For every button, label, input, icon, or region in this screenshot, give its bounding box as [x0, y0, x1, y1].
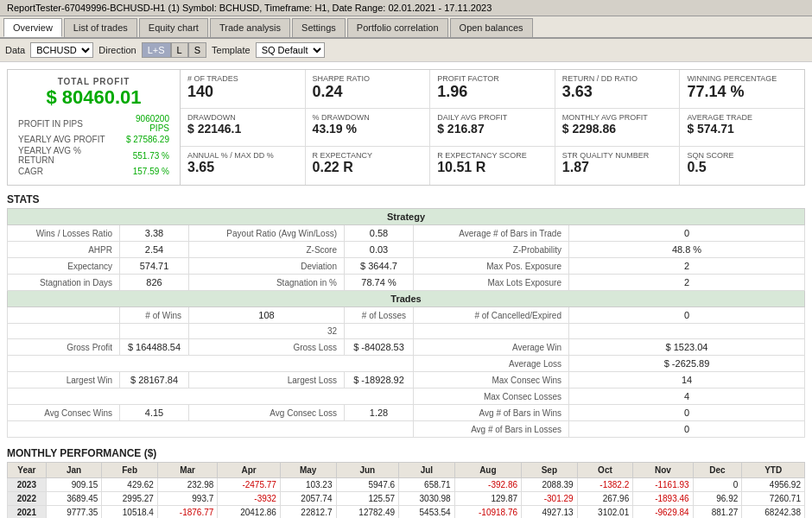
stats-section: STATS Strategy Wins / Losses Ratio 3.38 … [7, 191, 805, 438]
trades-row-wins-losses: 32 [8, 324, 805, 339]
pips-value: 9060200 PIPS [116, 114, 169, 133]
cell-2022-ytd: 7260.71 [742, 492, 805, 506]
cell-2023-jun: 5947.6 [336, 478, 399, 492]
cell-2023-ytd: 4956.92 [742, 478, 805, 492]
tab-portfolio-correlation[interactable]: Portfolio correlation [347, 18, 448, 37]
metric-daily-avg: DAILY AVG PROFIT $ 216.87 [430, 109, 555, 147]
tab-equity-chart[interactable]: Equity chart [139, 18, 208, 37]
metrics-row-2: DRAWDOWN $ 22146.1 % DRAWDOWN 43.19 % DA… [181, 109, 804, 148]
cell-2023-may: 103.23 [280, 478, 336, 492]
metric-r-expectancy-score: R EXPECTANCY SCORE 10.51 R [430, 147, 555, 185]
metric-annual-maxdd: ANNUAL % / MAX DD % 3.65 [181, 147, 306, 185]
template-select[interactable]: SQ Default [256, 42, 325, 58]
trades-row-4: Avg Consec Wins 4.15 Avg Consec Loss 1.2… [8, 405, 805, 421]
cell-2021-apr: 20412.86 [218, 506, 281, 519]
col-jun: Jun [336, 463, 399, 478]
col-dec: Dec [693, 463, 742, 478]
col-aug: Aug [454, 463, 521, 478]
trades-row-max-consec-losses: Max Consec Losses 4 [8, 388, 805, 405]
metric-pct-drawdown: % DRAWDOWN 43.19 % [306, 109, 431, 147]
cell-2022-jan: 3689.45 [46, 492, 102, 506]
cell-2021-year: 2021 [8, 506, 47, 519]
metric-sharpe: SHARPE RATIO 0.24 [306, 70, 431, 108]
stats-table: Strategy Wins / Losses Ratio 3.38 Payout… [7, 208, 805, 438]
col-feb: Feb [102, 463, 158, 478]
pips-label: PROFIT IN PIPS [18, 114, 114, 133]
metric-profit-factor: PROFIT FACTOR 1.96 [430, 70, 555, 108]
direction-l[interactable]: L [171, 42, 188, 58]
cell-2023-apr: -2475.77 [218, 478, 281, 492]
cagr-value: 157.59 % [116, 167, 169, 176]
trades-header: Trades [8, 291, 805, 307]
monthly-row-2021: 20219777.3510518.4-1876.7720412.8622812.… [8, 506, 805, 519]
yearly-avg-return-label: YEARLY AVG % RETURN [18, 146, 114, 165]
cell-2023-mar: 232.98 [157, 478, 217, 492]
direction-s[interactable]: S [188, 42, 206, 58]
metrics-row-1: # OF TRADES 140 SHARPE RATIO 0.24 PROFIT… [181, 70, 804, 109]
yearly-avg-profit-value: $ 27586.29 [116, 135, 169, 144]
cell-2023-nov: -1161.93 [633, 478, 693, 492]
tab-open-balances[interactable]: Open balances [450, 18, 533, 37]
tab-list-of-trades[interactable]: List of trades [64, 18, 137, 37]
cell-2023-jul: 658.71 [399, 478, 455, 492]
profit-details: PROFIT IN PIPS 9060200 PIPS YEARLY AVG P… [16, 112, 171, 178]
col-mar: Mar [157, 463, 217, 478]
direction-buttons: L+S L S [142, 42, 206, 58]
stats-row-2: AHPR 2.54 Z-Score 0.03 Z-Probability 48.… [8, 242, 805, 258]
data-select[interactable]: BCHUSD [30, 42, 93, 58]
cell-2021-ytd: 68242.38 [742, 506, 805, 519]
metric-winning-pct: WINNING PERCENTAGE 77.14 % [680, 70, 804, 108]
cell-2021-sep: 4927.13 [522, 506, 578, 519]
col-jan: Jan [46, 463, 102, 478]
cell-2021-aug: -10918.76 [454, 506, 521, 519]
metric-avg-trade: AVERAGE TRADE $ 574.71 [680, 109, 804, 147]
monthly-table: Year Jan Feb Mar Apr May Jun Jul Aug Sep… [7, 462, 805, 518]
metric-drawdown: DRAWDOWN $ 22146.1 [181, 109, 306, 147]
stats-title: STATS [7, 191, 805, 208]
direction-ls[interactable]: L+S [142, 42, 171, 58]
cell-2023-oct: -1382.2 [577, 478, 633, 492]
nav-tabs: Overview List of trades Equity chart Tra… [0, 16, 812, 39]
monthly-header-row: Year Jan Feb Mar Apr May Jun Jul Aug Sep… [8, 463, 805, 478]
metrics-row-3: ANNUAL % / MAX DD % 3.65 R EXPECTANCY 0.… [181, 147, 804, 185]
direction-label: Direction [98, 45, 136, 55]
cell-2021-jun: 12782.49 [336, 506, 399, 519]
cell-2022-aug: 129.87 [454, 492, 521, 506]
tab-overview[interactable]: Overview [3, 18, 62, 37]
metric-return-dd: RETURN / DD RATIO 3.63 [555, 70, 681, 108]
monthly-row-2023: 2023909.15429.62232.98-2475.77103.235947… [8, 478, 805, 492]
tab-trade-analysis[interactable]: Trade analysis [210, 18, 290, 37]
monthly-section: MONTHLY PERFORMANCE ($) Year Jan Feb Mar… [7, 445, 805, 518]
stats-row-4: Stagnation in Days 826 Stagnation in % 7… [8, 275, 805, 291]
cell-2022-may: 2057.74 [280, 492, 336, 506]
monthly-row-2022: 20223689.452995.27993.7-39322057.74125.5… [8, 492, 805, 506]
monthly-title: MONTHLY PERFORMANCE ($) [7, 445, 805, 462]
total-profit-value: $ 80460.01 [16, 86, 171, 109]
trades-row-bars-losses: Avg # of Bars in Losses 0 [8, 421, 805, 438]
stats-row-3: Expectancy 574.71 Deviation $ 3644.7 Max… [8, 258, 805, 275]
metric-sqn: STR QUALITY NUMBER 1.87 [555, 147, 681, 185]
cell-2023-jan: 909.15 [46, 478, 102, 492]
cell-2021-mar: -1876.77 [157, 506, 217, 519]
cell-2022-year: 2022 [8, 492, 47, 506]
trades-row-3: Largest Win $ 28167.84 Largest Loss $ -1… [8, 372, 805, 388]
trades-row-1: # of Wins 108 # of Losses # of Cancelled… [8, 307, 805, 324]
cell-2022-nov: -1893.46 [633, 492, 693, 506]
trades-row-2: Gross Profit $ 164488.54 Gross Loss $ -8… [8, 339, 805, 356]
total-profit-label: TOTAL PROFIT [16, 77, 171, 86]
col-oct: Oct [577, 463, 633, 478]
cell-2022-dec: 96.92 [693, 492, 742, 506]
tab-settings[interactable]: Settings [292, 18, 346, 37]
col-apr: Apr [218, 463, 281, 478]
col-nov: Nov [633, 463, 693, 478]
col-may: May [280, 463, 336, 478]
data-label: Data [5, 45, 25, 55]
cell-2021-feb: 10518.4 [102, 506, 158, 519]
metric-num-trades: # OF TRADES 140 [181, 70, 306, 108]
cell-2021-jan: 9777.35 [46, 506, 102, 519]
cell-2021-nov: -9629.84 [633, 506, 693, 519]
cagr-label: CAGR [18, 167, 114, 176]
yearly-avg-return-value: 551.73 % [116, 146, 169, 165]
cell-2021-oct: 3102.01 [577, 506, 633, 519]
cell-2021-jul: 5453.54 [399, 506, 455, 519]
